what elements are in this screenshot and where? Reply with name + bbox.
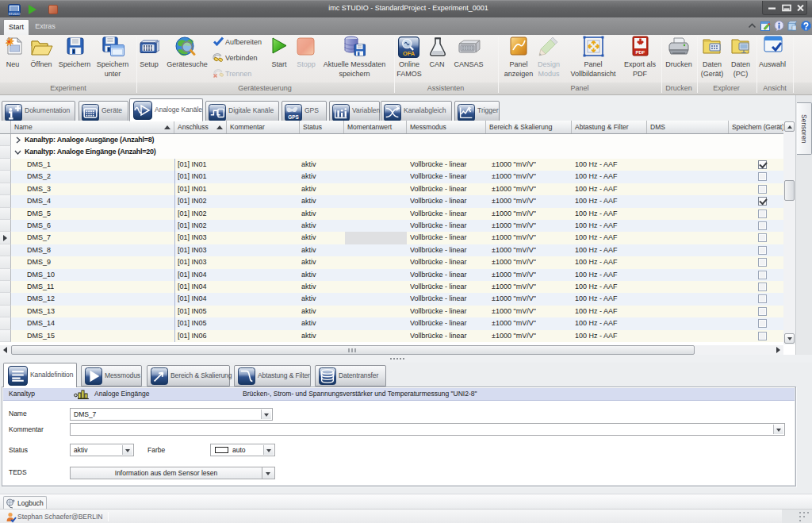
svg-text:STUDIO: STUDIO [8,12,20,16]
svg-text:OFA: OFA [403,50,416,57]
svg-text:PDF: PDF [636,50,645,55]
svg-text:GPS: GPS [288,114,299,120]
